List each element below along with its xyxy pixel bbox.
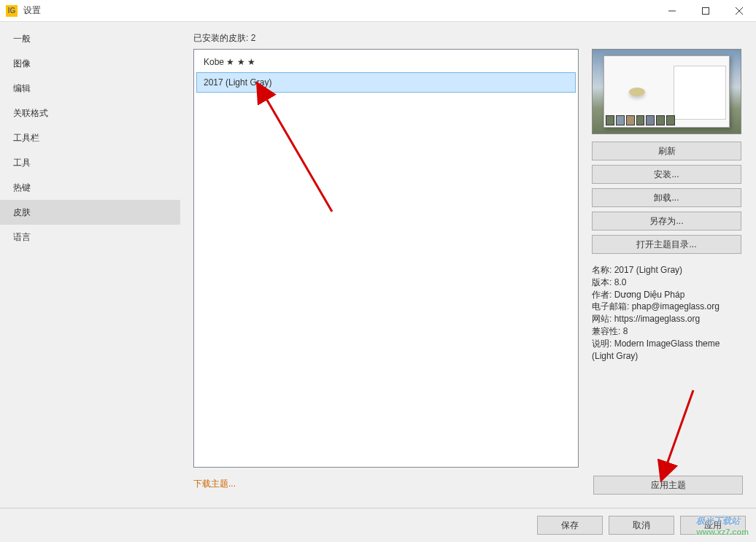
window-title: 设置: [23, 4, 41, 17]
sidebar-item-language[interactable]: 语言: [0, 225, 180, 249]
detail-version-label: 版本:: [592, 277, 614, 287]
sidebar-item-hotkeys[interactable]: 热键: [0, 175, 180, 200]
detail-website-value: https://imageglass.org: [614, 314, 700, 324]
cancel-button[interactable]: 取消: [609, 516, 674, 535]
sidebar: 一般 图像 编辑 关联格式 工具栏 工具 热键 皮肤 语言: [0, 22, 180, 508]
skin-item-kobe[interactable]: Kobe ★ ★ ★: [196, 52, 576, 72]
sidebar-item-assoc[interactable]: 关联格式: [0, 101, 180, 125]
detail-compat-value: 8: [623, 326, 628, 336]
sidebar-item-toolbar[interactable]: 工具栏: [0, 125, 180, 150]
detail-version-value: 8.0: [614, 277, 627, 287]
uninstall-button[interactable]: 卸载...: [592, 188, 741, 207]
download-theme-link[interactable]: 下载主题...: [193, 478, 236, 490]
titlebar: IG 设置: [0, 0, 756, 22]
apply-theme-button[interactable]: 应用主题: [593, 476, 743, 495]
sidebar-item-edit[interactable]: 编辑: [0, 76, 180, 101]
save-as-button[interactable]: 另存为...: [592, 212, 741, 231]
sidebar-item-image[interactable]: 图像: [0, 51, 180, 76]
detail-website-label: 网站:: [592, 314, 614, 324]
right-column: 刷新 安装... 卸载... 另存为... 打开主题目录... 名称: 2017…: [592, 49, 741, 468]
skin-item-2017-light-gray[interactable]: 2017 (Light Gray): [196, 72, 576, 93]
dialog-footer: 保存 取消 应用: [0, 508, 756, 542]
detail-author-label: 作者:: [592, 290, 614, 300]
save-button[interactable]: 保存: [537, 516, 603, 535]
detail-email-label: 电子邮箱:: [592, 301, 632, 311]
minimize-button[interactable]: [655, 0, 689, 22]
skin-listbox[interactable]: Kobe ★ ★ ★ 2017 (Light Gray): [193, 49, 579, 468]
theme-details: 名称: 2017 (Light Gray) 版本: 8.0 作者: Dương …: [592, 264, 741, 362]
detail-compat-label: 兼容性:: [592, 326, 623, 336]
sidebar-item-general[interactable]: 一般: [0, 26, 180, 51]
sidebar-item-tools[interactable]: 工具: [0, 150, 180, 175]
open-theme-dir-button[interactable]: 打开主题目录...: [592, 235, 741, 254]
main-panel: 已安装的皮肤: 2 Kobe ★ ★ ★ 2017 (Light Gray) 刷…: [180, 22, 756, 508]
detail-name-label: 名称:: [592, 265, 614, 275]
detail-email-value: phap@imageglass.org: [632, 301, 720, 311]
detail-author-value: Dương Diệu Pháp: [614, 290, 685, 300]
install-button[interactable]: 安装...: [592, 165, 741, 184]
theme-preview-image: [592, 49, 741, 134]
sidebar-item-skin[interactable]: 皮肤: [0, 200, 180, 225]
close-button[interactable]: [722, 0, 756, 22]
refresh-button[interactable]: 刷新: [592, 142, 741, 160]
apply-button[interactable]: 应用: [680, 516, 746, 535]
detail-name-value: 2017 (Light Gray): [614, 265, 682, 275]
installed-count-label: 已安装的皮肤: 2: [193, 32, 743, 44]
detail-desc-label: 说明:: [592, 338, 614, 349]
maximize-button[interactable]: [689, 0, 722, 22]
app-icon: IG: [6, 5, 18, 17]
svg-rect-1: [703, 7, 709, 14]
